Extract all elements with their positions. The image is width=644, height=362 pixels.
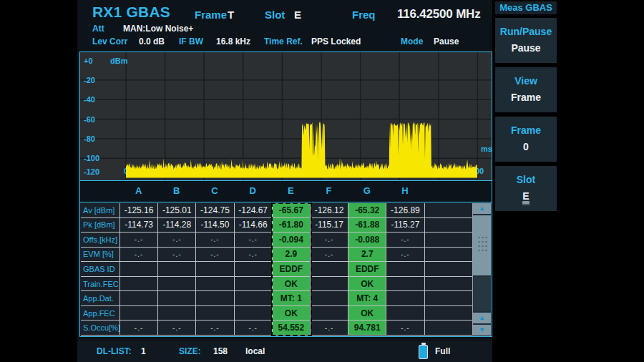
table-cell-H[interactable] xyxy=(386,306,424,321)
table-cell-D[interactable] xyxy=(235,262,273,277)
table-cell-D[interactable] xyxy=(235,291,273,306)
table-cell-E[interactable]: 54.552 xyxy=(273,321,311,336)
table-cell-C[interactable] xyxy=(196,262,234,277)
table-cell-B[interactable]: -.- xyxy=(158,321,196,336)
softkey-slot[interactable]: Slot E xyxy=(495,166,557,211)
table-cell-H[interactable] xyxy=(386,277,424,292)
column-header-F: F xyxy=(310,181,348,202)
table-cell-B[interactable]: -.- xyxy=(158,248,196,263)
table-cell-D[interactable]: -.- xyxy=(235,248,273,263)
table-cell-C[interactable]: -.- xyxy=(196,321,234,336)
table-cell-B[interactable] xyxy=(158,306,196,321)
power-vs-time-chart: +0-20-40-60-80-100-120dBm0250375437.5500… xyxy=(79,52,492,181)
softkey-frame[interactable]: Frame 0 xyxy=(495,117,557,162)
table-cell-C[interactable] xyxy=(196,277,234,292)
table-cell-F[interactable]: -126.12 xyxy=(311,203,348,218)
table-cell-C[interactable] xyxy=(196,306,234,321)
table-cell-B[interactable]: -125.01 xyxy=(158,203,196,218)
scroll-up-button-2[interactable]: ▲ xyxy=(473,313,491,323)
table-cell-E[interactable]: -65.67 xyxy=(273,203,311,218)
table-cell-H[interactable]: -.- xyxy=(386,248,424,263)
column-header-G: G xyxy=(348,181,386,202)
table-cell-E[interactable]: EDDF xyxy=(273,262,311,277)
table-cell-E[interactable]: -0.094 xyxy=(273,233,311,248)
table-cell-B[interactable] xyxy=(158,291,196,306)
table-cell-trailer xyxy=(425,218,474,233)
table-cell-F[interactable] xyxy=(311,306,348,321)
scroll-up-button[interactable]: ▲ xyxy=(473,203,491,214)
table-cell-trailer xyxy=(425,262,474,277)
table-cell-A[interactable]: -.- xyxy=(120,233,158,248)
table-cell-H[interactable]: -.- xyxy=(386,233,424,248)
freq-value: 116.42500 MHz xyxy=(397,7,480,21)
table-cell-C[interactable]: -114.50 xyxy=(196,218,234,233)
table-cell-G[interactable]: 2.7 xyxy=(348,248,386,263)
table-cell-A[interactable]: -.- xyxy=(120,321,158,336)
table-cell-A[interactable]: -114.73 xyxy=(120,218,158,233)
table-cell-A[interactable]: -.- xyxy=(120,248,158,263)
table-cell-D[interactable]: -124.67 xyxy=(235,203,273,218)
softkey-run-pause[interactable]: Run/Pause Pause xyxy=(495,18,557,63)
table-cell-G[interactable]: EDDF xyxy=(348,262,386,277)
slot-column-header: ABCDEFGH xyxy=(79,180,492,202)
table-cell-F[interactable]: -.- xyxy=(311,248,348,263)
table-cell-D[interactable]: -.- xyxy=(235,233,273,248)
scroll-down-button[interactable]: ▼ xyxy=(473,325,491,336)
table-cell-F[interactable]: -.- xyxy=(311,321,348,336)
table-cell-B[interactable] xyxy=(158,262,196,277)
table-cell-C[interactable]: -.- xyxy=(196,248,234,263)
table-cell-A[interactable] xyxy=(120,277,158,292)
results-table: Av [dBm]-125.16-125.01-124.75-124.67-65.… xyxy=(79,202,492,337)
ifbw-label: IF BW xyxy=(179,36,203,47)
column-header-spacer xyxy=(424,181,474,202)
table-cell-G[interactable]: -61.88 xyxy=(348,218,386,233)
scrollbar-thumb[interactable] xyxy=(473,215,491,275)
column-header-spacer xyxy=(473,181,492,202)
table-cell-B[interactable]: -.- xyxy=(158,233,196,248)
table-cell-F[interactable]: -.- xyxy=(311,233,348,248)
table-scrollbar[interactable]: ▲ ▲ ▼ xyxy=(472,203,491,336)
table-cell-D[interactable] xyxy=(235,306,273,321)
svg-text:dBm: dBm xyxy=(110,57,128,65)
table-cell-E[interactable]: OK xyxy=(273,277,311,292)
table-cell-A[interactable] xyxy=(120,262,158,277)
column-header-A: A xyxy=(119,181,157,202)
table-cell-C[interactable]: -.- xyxy=(196,233,234,248)
table-cell-A[interactable] xyxy=(120,306,158,321)
table-cell-E[interactable]: 2.9 xyxy=(273,248,311,263)
table-cell-H[interactable]: -115.27 xyxy=(386,218,424,233)
table-cell-D[interactable]: -114.66 xyxy=(235,218,273,233)
table-cell-A[interactable]: -125.16 xyxy=(120,203,158,218)
table-cell-C[interactable] xyxy=(196,291,234,306)
table-cell-E[interactable]: -61.80 xyxy=(273,218,311,233)
table-cell-B[interactable] xyxy=(158,277,196,292)
table-cell-G[interactable]: OK xyxy=(348,306,386,321)
dl-list-value: 1 xyxy=(141,346,146,356)
table-cell-G[interactable]: 94.781 xyxy=(348,321,386,336)
scrollbar-track[interactable] xyxy=(473,277,491,311)
table-cell-G[interactable]: OK xyxy=(348,277,386,292)
table-cell-G[interactable]: -0.088 xyxy=(348,233,386,248)
table-cell-F[interactable]: -115.17 xyxy=(311,218,348,233)
table-cell-H[interactable]: -126.89 xyxy=(386,203,424,218)
table-cell-G[interactable]: MT: 4 xyxy=(348,291,386,306)
table-cell-D[interactable]: -.- xyxy=(235,321,273,336)
table-cell-F[interactable] xyxy=(311,291,348,306)
table-cell-H[interactable]: -.- xyxy=(386,321,424,336)
table-cell-F[interactable] xyxy=(311,262,348,277)
table-cell-F[interactable] xyxy=(311,277,348,292)
table-cell-A[interactable] xyxy=(120,291,158,306)
mode-value: Pause xyxy=(434,36,459,47)
table-cell-H[interactable] xyxy=(386,291,424,306)
table-cell-D[interactable] xyxy=(235,277,273,292)
column-header-spacer xyxy=(80,181,119,202)
table-cell-E[interactable]: MT: 1 xyxy=(273,291,311,306)
table-cell-G[interactable]: -65.32 xyxy=(348,203,386,218)
softkey-meas-gbas[interactable]: Meas GBAS xyxy=(495,1,557,14)
table-cell-E[interactable]: OK xyxy=(273,306,311,321)
table-cell-trailer xyxy=(425,233,474,248)
table-cell-C[interactable]: -124.75 xyxy=(196,203,234,218)
table-cell-B[interactable]: -114.28 xyxy=(158,218,196,233)
softkey-view[interactable]: View Frame xyxy=(495,67,557,112)
table-cell-H[interactable] xyxy=(386,262,424,277)
